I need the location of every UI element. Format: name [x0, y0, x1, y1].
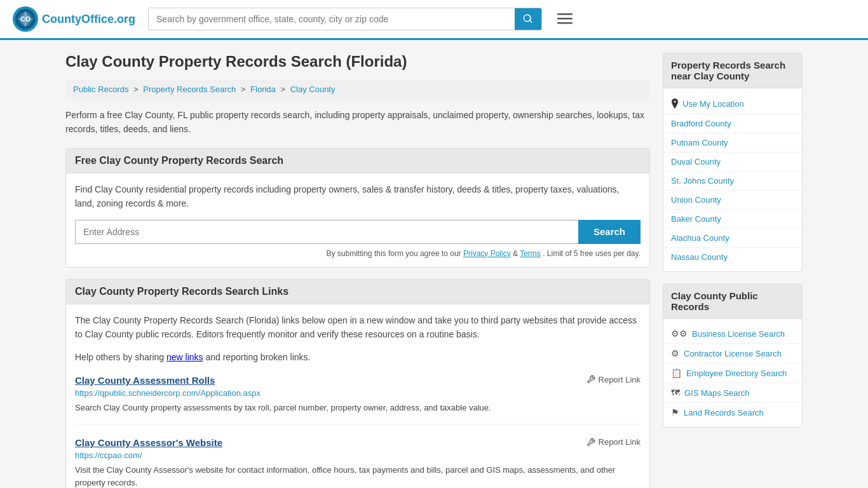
sidebar-county-union[interactable]: Union County	[663, 190, 802, 209]
share-links-text: Help others by sharing new links and rep…	[75, 350, 641, 364]
sidebar-county-nassau[interactable]: Nassau County	[663, 247, 802, 266]
site-logo[interactable]: CO CountyOffice.org	[13, 6, 135, 32]
breadcrumb-sep-2: >	[241, 85, 248, 94]
free-search-content: Find Clay County residential property re…	[66, 173, 649, 267]
nearby-section-content: Use My Location Bradford County Putnam C…	[663, 88, 802, 271]
breadcrumb-florida[interactable]: Florida	[250, 85, 276, 94]
record-link-title[interactable]: Clay County Assessment Rolls	[75, 375, 215, 386]
reporting-text: and reporting broken links.	[205, 352, 310, 362]
content-area: Clay County Property Records Search (Flo…	[65, 53, 650, 488]
links-section-heading: Clay County Property Records Search Link…	[66, 280, 649, 304]
sidebar-gis-maps[interactable]: 🗺 GIS Maps Search	[663, 383, 802, 402]
nearby-section-heading: Property Records Search near Clay County	[663, 53, 802, 88]
sidebar-county-alachua[interactable]: Alachua County	[663, 228, 802, 247]
page-title: Clay County Property Records Search (Flo…	[65, 53, 650, 71]
links-section-content: The Clay County Property Records Search …	[66, 304, 649, 488]
search-submit-button[interactable]: Search	[578, 220, 641, 244]
record-link-item: Clay County Assessor's Website Report Li…	[75, 437, 641, 488]
breadcrumb-clay-county[interactable]: Clay County	[290, 85, 336, 94]
sidebar-county-baker[interactable]: Baker County	[663, 209, 802, 228]
free-search-heading: Free Clay County Property Records Search	[66, 149, 649, 173]
sidebar: Property Records Search near Clay County…	[663, 53, 803, 488]
free-search-description: Find Clay County residential property re…	[75, 182, 641, 211]
disclaimer-and: &	[513, 249, 520, 258]
intro-text: Perform a free Clay County, FL public pr…	[65, 108, 650, 137]
map-icon: 🗺	[671, 388, 680, 398]
free-search-section: Free Clay County Property Records Search…	[65, 148, 650, 268]
book-icon: 📋	[671, 368, 682, 378]
breadcrumb-sep-3: >	[280, 85, 287, 94]
search-icon	[522, 13, 534, 25]
business-license-label: Business License Search	[692, 329, 785, 339]
disclaimer-text: By submitting this form you agree to our	[327, 249, 461, 258]
logo-icon: CO	[13, 6, 38, 32]
record-links-list: Clay County Assessment Rolls Report Link…	[75, 375, 641, 488]
wrench-icon-2	[587, 438, 595, 447]
record-link-header: Clay County Assessor's Website Report Li…	[75, 437, 641, 448]
record-link-item: Clay County Assessment Rolls Report Link…	[75, 375, 641, 425]
links-intro: The Clay County Property Records Search …	[75, 313, 641, 342]
report-link-button[interactable]: Report Link	[587, 375, 641, 384]
disclaimer-limit: . Limit of 5 free uses per day.	[543, 249, 641, 258]
logo-suffix: .org	[114, 13, 135, 25]
land-records-label: Land Records Search	[684, 408, 764, 417]
main-container: Clay County Property Records Search (Flo…	[53, 40, 815, 488]
nearby-section: Property Records Search near Clay County…	[663, 53, 803, 272]
record-link-title-2[interactable]: Clay County Assessor's Website	[75, 437, 222, 448]
header-search-input[interactable]	[149, 8, 515, 30]
terms-link[interactable]: Terms	[520, 249, 541, 258]
breadcrumb-property-records-search[interactable]: Property Records Search	[143, 85, 236, 94]
public-records-content: ⚙⚙ Business License Search ⚙ Contractor …	[663, 319, 802, 427]
report-link-button-2[interactable]: Report Link	[587, 437, 641, 447]
report-link-label: Report Link	[599, 375, 641, 384]
logo-main: CountyOffice	[42, 13, 114, 25]
gear-double-icon: ⚙⚙	[671, 329, 688, 339]
land-icon: ⚑	[671, 407, 679, 417]
form-disclaimer: By submitting this form you agree to our…	[75, 249, 641, 258]
use-my-location-button[interactable]: Use My Location	[663, 93, 802, 114]
sidebar-county-putnam[interactable]: Putnam County	[663, 133, 802, 152]
privacy-policy-link[interactable]: Privacy Policy	[463, 249, 511, 258]
employee-directory-label: Employee Directory Search	[686, 369, 787, 378]
sidebar-contractor-license[interactable]: ⚙ Contractor License Search	[663, 343, 802, 363]
site-header: CO CountyOffice.org	[0, 0, 868, 40]
address-search-form: Search	[75, 220, 641, 244]
location-pin-icon	[671, 98, 679, 109]
wrench-icon	[587, 375, 595, 384]
record-link-url-2: https://ccpao.com/	[75, 451, 641, 460]
contractor-license-label: Contractor License Search	[684, 349, 782, 358]
sidebar-employee-directory[interactable]: 📋 Employee Directory Search	[663, 363, 802, 383]
logo-text: CountyOffice.org	[42, 13, 135, 26]
header-search-bar	[148, 8, 542, 30]
record-link-desc-2: Visit the Clay County Assessor's website…	[75, 464, 641, 488]
sidebar-land-records[interactable]: ⚑ Land Records Search	[663, 402, 802, 422]
svg-text:CO: CO	[20, 15, 31, 23]
new-links-link[interactable]: new links	[166, 352, 203, 362]
sidebar-county-bradford[interactable]: Bradford County	[663, 114, 802, 133]
svg-rect-6	[557, 13, 573, 15]
report-link-label-2: Report Link	[599, 437, 641, 447]
record-link-header: Clay County Assessment Rolls Report Link	[75, 375, 641, 386]
svg-rect-8	[557, 22, 573, 24]
gear-icon: ⚙	[671, 348, 679, 358]
breadcrumb-sep-1: >	[133, 85, 140, 94]
breadcrumb-public-records[interactable]: Public Records	[73, 85, 128, 94]
sidebar-business-license[interactable]: ⚙⚙ Business License Search	[663, 324, 802, 343]
public-records-heading: Clay County Public Records	[663, 284, 802, 319]
menu-button[interactable]	[555, 8, 575, 30]
address-input[interactable]	[75, 220, 578, 244]
public-records-section: Clay County Public Records ⚙⚙ Business L…	[663, 283, 803, 428]
breadcrumb: Public Records > Property Records Search…	[65, 79, 650, 99]
record-link-url: https://qpublic.schneidercorp.com/Applic…	[75, 388, 641, 398]
hamburger-icon	[557, 11, 573, 26]
gis-maps-label: GIS Maps Search	[684, 388, 750, 398]
svg-rect-7	[557, 18, 573, 20]
record-link-desc: Search Clay County property assessments …	[75, 402, 641, 414]
links-section: Clay County Property Records Search Link…	[65, 279, 650, 488]
header-search-button[interactable]	[515, 8, 541, 30]
sidebar-county-stjohns[interactable]: St. Johns County	[663, 171, 802, 190]
sidebar-county-duval[interactable]: Duval County	[663, 152, 802, 171]
